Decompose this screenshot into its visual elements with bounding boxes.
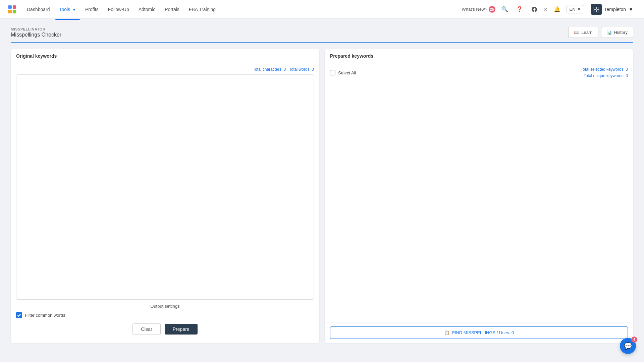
help-icon-btn[interactable]: ❓ xyxy=(514,4,525,15)
panels-container: Original keywords Total characters: 0 To… xyxy=(11,49,633,343)
nav-follow-up[interactable]: Follow-Up xyxy=(104,5,133,14)
filter-common-words-checkbox[interactable] xyxy=(16,312,22,318)
whats-new-btn[interactable]: What's New? 25 xyxy=(462,6,495,13)
svg-rect-3 xyxy=(596,9,599,12)
output-settings-title: Output settings xyxy=(16,304,314,309)
svg-rect-2 xyxy=(594,9,596,12)
prepared-keywords-header: Prepared keywords xyxy=(325,49,633,63)
top-navigation: Dashboard Tools ▼ Profits Follow-Up Adto… xyxy=(0,0,644,19)
total-selected-label: Total selected keywords: xyxy=(581,67,625,72)
filter-row: Filter common words xyxy=(16,312,314,318)
total-unique-value: 0 xyxy=(626,73,628,78)
prepare-button[interactable]: Prepare xyxy=(165,324,198,335)
nav-adtomic[interactable]: Adtomic xyxy=(135,5,160,14)
prepared-keywords-area xyxy=(325,82,633,322)
nav-fba-training[interactable]: FBA Training xyxy=(185,5,220,14)
history-button[interactable]: 📊 History xyxy=(601,27,633,38)
filter-common-words-label: Filter common words xyxy=(25,313,65,318)
select-all-label: Select All xyxy=(338,70,356,75)
total-unique-label: Total unique keywords: xyxy=(584,73,625,78)
total-selected-display: Total selected keywords: 0 xyxy=(581,66,628,73)
user-name: Templeton xyxy=(604,7,626,12)
logo-cell-3 xyxy=(8,10,12,13)
svg-rect-0 xyxy=(594,7,596,9)
chat-icon: 💬 xyxy=(624,342,632,350)
svg-rect-1 xyxy=(596,7,599,9)
find-misspellings-icon: 📋 xyxy=(444,330,449,335)
original-keywords-panel: Original keywords Total characters: 0 To… xyxy=(11,49,319,343)
output-settings: Output settings Filter common words xyxy=(16,304,314,318)
nav-tools[interactable]: Tools ▼ xyxy=(55,5,80,14)
lang-label: EN xyxy=(570,7,576,12)
user-menu-arrow: ▼ xyxy=(629,7,633,12)
learn-button[interactable]: 📖 Learn xyxy=(568,27,598,38)
action-buttons: Clear Prepare xyxy=(16,323,314,339)
facebook-icon-btn[interactable] xyxy=(529,4,540,15)
app-logo[interactable] xyxy=(8,5,16,13)
find-misspellings-button[interactable]: 📋 FIND MISSPELLINGS / Uses: 0 xyxy=(330,326,628,339)
page-header: MISSPELLINATOR Misspellings Checker 📖 Le… xyxy=(11,27,633,43)
user-menu-btn[interactable]: Templeton ▼ xyxy=(588,3,636,16)
keywords-input[interactable] xyxy=(16,74,314,300)
prepared-keywords-panel: Prepared keywords Select All Total selec… xyxy=(325,49,633,343)
clear-button[interactable]: Clear xyxy=(132,323,160,335)
logo-cell-2 xyxy=(13,5,16,9)
find-misspellings-label: FIND MISSPELLINGS / Uses: 0 xyxy=(452,330,514,335)
total-characters-label: Total characters: xyxy=(253,67,282,72)
nav-links: Dashboard Tools ▼ Profits Follow-Up Adto… xyxy=(23,5,462,14)
original-keywords-body: Total characters: 0 Total words: 0 Outpu… xyxy=(11,63,319,343)
language-selector[interactable]: EN ▼ xyxy=(567,5,584,13)
page-header-right: 📖 Learn 📊 History xyxy=(568,27,633,38)
select-all-row: Select All Total selected keywords: 0 To… xyxy=(325,63,633,82)
history-icon: 📊 xyxy=(607,30,612,35)
main-content: MISSPELLINATOR Misspellings Checker 📖 Le… xyxy=(0,19,644,362)
total-words-label: Total words: xyxy=(289,67,311,72)
total-words-value: 0 xyxy=(312,67,314,72)
page-subtitle: Misspellings Checker xyxy=(11,32,61,38)
topnav-right: What's New? 25 🔍 ❓ ✕ 🔔 EN ▼ Templeton ▼ xyxy=(462,3,636,16)
logo-cell-1 xyxy=(8,5,12,9)
keyword-stats: Total selected keywords: 0 Total unique … xyxy=(581,66,628,79)
x-icon: ✕ xyxy=(544,7,548,12)
tool-name: MISSPELLINATOR xyxy=(11,27,61,31)
nav-profits[interactable]: Profits xyxy=(81,5,103,14)
original-keywords-header: Original keywords xyxy=(11,49,319,63)
history-label: History xyxy=(614,30,628,35)
tools-dropdown-arrow: ▼ xyxy=(72,8,76,12)
search-icon-btn[interactable]: 🔍 xyxy=(499,4,510,15)
whats-new-label: What's New? xyxy=(462,7,487,12)
user-avatar xyxy=(591,4,602,15)
right-panel-footer: 📋 FIND MISSPELLINGS / Uses: 0 xyxy=(325,322,633,343)
logo-cell-4 xyxy=(13,10,16,13)
page-header-left: MISSPELLINATOR Misspellings Checker xyxy=(11,27,61,38)
nav-dashboard[interactable]: Dashboard xyxy=(23,5,54,14)
whats-new-badge: 25 xyxy=(489,6,495,13)
select-all-left: Select All xyxy=(330,70,356,75)
total-selected-value: 0 xyxy=(626,67,628,72)
chat-badge: 4 xyxy=(631,337,637,343)
learn-icon: 📖 xyxy=(574,30,579,35)
total-characters-value: 0 xyxy=(283,67,286,72)
chat-bubble-btn[interactable]: 💬 4 xyxy=(620,338,636,354)
lang-arrow: ▼ xyxy=(577,7,581,12)
learn-label: Learn xyxy=(581,30,592,35)
notifications-icon-btn[interactable]: 🔔 xyxy=(552,4,562,15)
select-all-checkbox[interactable] xyxy=(330,70,335,75)
nav-portals[interactable]: Portals xyxy=(161,5,183,14)
char-count-display: Total characters: 0 Total words: 0 xyxy=(16,67,314,72)
total-unique-display: Total unique keywords: 0 xyxy=(581,73,628,79)
